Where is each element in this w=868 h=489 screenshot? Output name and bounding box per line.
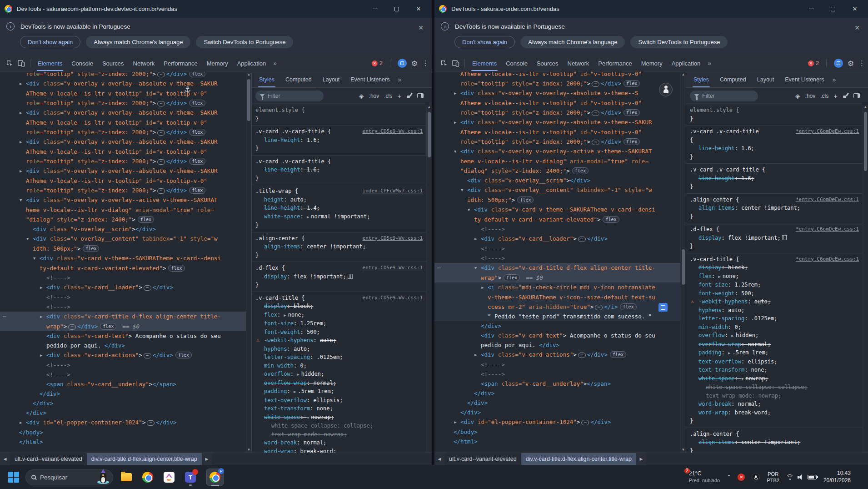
maximize-button[interactable]: [830, 6, 836, 12]
expand-arrow-icon[interactable]: ▶: [454, 118, 460, 127]
tab-event-listeners[interactable]: Event Listeners: [345, 72, 395, 87]
dom-tree-row[interactable]: v-theme--SAKURATheme v-icon--size-defaul…: [434, 292, 680, 302]
flex-badge[interactable]: flex: [138, 216, 154, 223]
more-tabs-icon[interactable]: »: [705, 60, 714, 67]
tab-network[interactable]: Network: [563, 55, 594, 71]
dom-tree-row[interactable]: ATheme v-locale--is-ltr v-tooltip" id="v…: [0, 147, 246, 156]
collapsed-ellipsis-icon[interactable]: ⋯: [68, 324, 76, 330]
shorthand-arrow-icon[interactable]: ▶: [718, 272, 720, 281]
collapsed-ellipsis-icon[interactable]: ⋯: [157, 101, 165, 106]
dom-tree-row[interactable]: <div class="v-overlay__scrim"></div>: [0, 224, 246, 234]
dom-tree-row[interactable]: <!---->: [434, 253, 680, 263]
tab-memory[interactable]: Memory: [202, 55, 233, 71]
dom-tree-row[interactable]: </body>: [0, 428, 246, 437]
device-toolbar-icon[interactable]: [15, 58, 27, 69]
collapsed-ellipsis-icon[interactable]: ⋯: [578, 353, 586, 358]
shorthand-arrow-icon[interactable]: ▶: [284, 311, 286, 320]
scroll-down-icon[interactable]: ▼: [681, 447, 686, 453]
new-style-rule-icon[interactable]: +: [833, 92, 838, 100]
tab-application[interactable]: Application: [667, 55, 705, 71]
stylesheet-link[interactable]: entry.CD5e9-Wv.css:1: [359, 294, 423, 302]
expand-arrow-icon[interactable]: ▼: [474, 263, 481, 273]
css-selector[interactable]: .d-flex {: [255, 264, 285, 272]
css-selector[interactable]: .v-card-title {: [690, 255, 739, 264]
shorthand-arrow-icon[interactable]: ▶: [294, 388, 296, 396]
chrome-icon[interactable]: [142, 468, 154, 486]
css-property[interactable]: line-height: 1.6;: [690, 144, 859, 153]
breadcrumb-item[interactable]: div.v-card-title.d-flex.align-center.tit…: [87, 453, 202, 465]
dom-tree-row[interactable]: <!---->: [434, 369, 680, 379]
dom-tree-row[interactable]: <span class="v-card__underlay"></span>: [0, 379, 246, 389]
css-property[interactable]: padding: ▶.5rem 1rem;: [255, 387, 423, 396]
tab-console[interactable]: Console: [67, 55, 98, 71]
dom-tree-row[interactable]: ▶<div class="v-card__loader">⋯</div>: [434, 234, 680, 244]
tray-overflow-chevron-icon[interactable]: ⌃: [727, 474, 731, 480]
dom-tree-row[interactable]: " Pedido "teste prod" transmitido com su…: [434, 312, 680, 321]
filter-input[interactable]: Filter: [255, 91, 324, 101]
tab-performance[interactable]: Performance: [594, 55, 636, 71]
collapsed-ellipsis-icon[interactable]: ⋯: [581, 420, 589, 425]
collapsed-ellipsis-icon[interactable]: ⋯: [144, 353, 151, 358]
hov-toggle[interactable]: :hov: [805, 93, 816, 99]
tab-layout[interactable]: Layout: [317, 72, 345, 87]
flex-badge[interactable]: flex: [168, 265, 185, 272]
scroll-up-icon[interactable]: ▲: [681, 72, 686, 77]
file-explorer-icon[interactable]: [120, 468, 132, 486]
tab-application[interactable]: Application: [233, 55, 271, 71]
dom-tree-row[interactable]: role="tooltip" style="z-index: 2000;">⋯<…: [0, 72, 246, 79]
tab-memory[interactable]: Memory: [637, 55, 667, 71]
titlebar[interactable]: DevTools - sakura.e-order.com.br/vendas …: [434, 0, 868, 18]
breadcrumb-item[interactable]: ult.v-card--variant-elevated: [10, 453, 87, 465]
css-property[interactable]: align-items: center !important;: [255, 242, 423, 251]
dom-tree-row[interactable]: <div class="v-card-text"> Acompanhe o st…: [0, 331, 246, 341]
css-property[interactable]: text-transform: none;: [255, 404, 423, 413]
elements-scrollbar[interactable]: ▲ ▼: [680, 72, 686, 453]
css-property[interactable]: word-break: normal;: [690, 400, 859, 408]
css-property[interactable]: font-weight: 500;: [255, 328, 423, 337]
dom-tree-row[interactable]: <!---->: [0, 273, 246, 282]
css-selector[interactable]: .v-card .v-card-title: [690, 127, 759, 136]
flex-badge[interactable]: flex: [189, 187, 205, 194]
error-badge[interactable]: ✕ 2: [372, 60, 383, 66]
collapsed-ellipsis-icon[interactable]: ⋯: [157, 72, 165, 77]
css-property[interactable]: line-height: 1.6;: [690, 174, 859, 183]
clickup-icon[interactable]: [163, 468, 175, 486]
dom-tree-row[interactable]: </div>: [434, 388, 680, 398]
collapsed-ellipsis-icon[interactable]: ⋯: [157, 188, 165, 194]
stylesheet-link[interactable]: *entry.C6omDeEw.css:1: [792, 196, 859, 204]
css-selector[interactable]: {: [690, 136, 693, 145]
infobar-close-icon[interactable]: ✕: [854, 24, 860, 31]
dom-tree-row[interactable]: <!---->: [0, 360, 246, 370]
cls-toggle[interactable]: .cls: [384, 93, 392, 99]
dom-tree-row[interactable]: ▶<div id="el-popper-container-1024">⋯</d…: [0, 418, 246, 428]
sidebar-dock-icon[interactable]: [417, 93, 424, 98]
css-selector[interactable]: .title-wrap {: [255, 187, 298, 196]
tab-elements[interactable]: Elements: [33, 55, 67, 71]
filter-input[interactable]: Filter: [690, 91, 758, 101]
css-property[interactable]: hyphens: auto;: [255, 345, 423, 353]
css-property[interactable]: display: flex !important;: [690, 234, 859, 242]
stylesheet-link[interactable]: entry.CD5e9-Wv.css:1: [359, 127, 423, 136]
dom-tree-row[interactable]: "dialog" style="z-index: 2400;">flex: [434, 166, 680, 176]
collapsed-ellipsis-icon[interactable]: ⋯: [144, 285, 151, 291]
expand-arrow-icon[interactable]: ▶: [454, 418, 460, 427]
flex-badge[interactable]: flex: [517, 197, 534, 203]
tab-computed[interactable]: Computed: [280, 72, 317, 87]
flex-badge[interactable]: flex: [189, 158, 205, 165]
breadcrumb-back-icon[interactable]: ◀: [434, 453, 444, 465]
dom-tree-row[interactable]: idth: 500px;">flex: [434, 195, 680, 205]
css-selector[interactable]: .align-center {: [255, 234, 304, 243]
dom-tree-row[interactable]: <!---->: [0, 302, 246, 312]
more-tabs-icon[interactable]: »: [270, 60, 279, 67]
css-property[interactable]: min-width: 0;: [255, 362, 423, 370]
collapsed-ellipsis-icon[interactable]: ⋯: [592, 111, 599, 116]
collapsed-ellipsis-icon[interactable]: ⋯: [157, 159, 165, 165]
dom-tree-row[interactable]: </div>: [0, 408, 246, 418]
dom-tree-row[interactable]: ▶<div class="v-overlay v-overlay--absolu…: [0, 108, 246, 118]
expand-arrow-icon[interactable]: ▶: [481, 283, 488, 292]
dom-tree-row[interactable]: role="tooltip" style="z-index: 2000;">⋯<…: [0, 156, 246, 166]
rendering-brush-icon[interactable]: [843, 93, 848, 99]
sync-error-icon[interactable]: ✕: [738, 474, 745, 481]
dom-tree-row[interactable]: <!---->: [434, 224, 680, 234]
expand-arrow-icon[interactable]: ▶: [40, 312, 46, 322]
